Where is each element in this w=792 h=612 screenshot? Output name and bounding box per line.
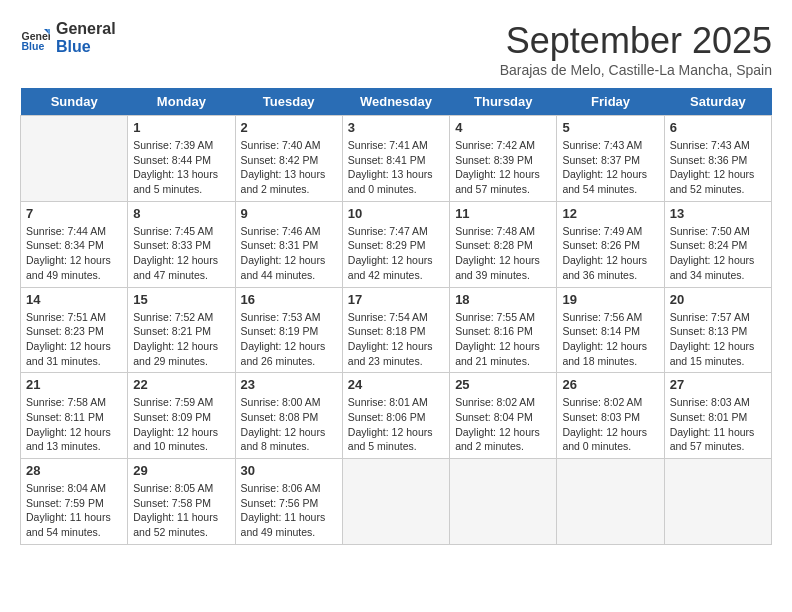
day-info: Sunrise: 8:03 AM Sunset: 8:01 PM Dayligh…: [670, 395, 766, 454]
day-number: 28: [26, 463, 122, 478]
day-info: Sunrise: 7:44 AM Sunset: 8:34 PM Dayligh…: [26, 224, 122, 283]
day-number: 20: [670, 292, 766, 307]
day-info: Sunrise: 7:40 AM Sunset: 8:42 PM Dayligh…: [241, 138, 337, 197]
day-number: 4: [455, 120, 551, 135]
day-number: 16: [241, 292, 337, 307]
calendar-cell: 1Sunrise: 7:39 AM Sunset: 8:44 PM Daylig…: [128, 116, 235, 202]
page-header: General Blue General Blue September 2025…: [20, 20, 772, 78]
day-number: 7: [26, 206, 122, 221]
calendar-cell: [450, 459, 557, 545]
days-header-row: SundayMondayTuesdayWednesdayThursdayFrid…: [21, 88, 772, 116]
day-number: 26: [562, 377, 658, 392]
week-row-5: 28Sunrise: 8:04 AM Sunset: 7:59 PM Dayli…: [21, 459, 772, 545]
day-info: Sunrise: 7:49 AM Sunset: 8:26 PM Dayligh…: [562, 224, 658, 283]
day-info: Sunrise: 7:56 AM Sunset: 8:14 PM Dayligh…: [562, 310, 658, 369]
calendar-cell: 21Sunrise: 7:58 AM Sunset: 8:11 PM Dayli…: [21, 373, 128, 459]
day-number: 13: [670, 206, 766, 221]
day-number: 29: [133, 463, 229, 478]
calendar-cell: 9Sunrise: 7:46 AM Sunset: 8:31 PM Daylig…: [235, 201, 342, 287]
calendar-cell: 22Sunrise: 7:59 AM Sunset: 8:09 PM Dayli…: [128, 373, 235, 459]
day-number: 3: [348, 120, 444, 135]
week-row-2: 7Sunrise: 7:44 AM Sunset: 8:34 PM Daylig…: [21, 201, 772, 287]
day-number: 19: [562, 292, 658, 307]
day-number: 6: [670, 120, 766, 135]
calendar-cell: 28Sunrise: 8:04 AM Sunset: 7:59 PM Dayli…: [21, 459, 128, 545]
day-number: 12: [562, 206, 658, 221]
day-number: 17: [348, 292, 444, 307]
day-info: Sunrise: 8:02 AM Sunset: 8:04 PM Dayligh…: [455, 395, 551, 454]
calendar-table: SundayMondayTuesdayWednesdayThursdayFrid…: [20, 88, 772, 545]
day-number: 23: [241, 377, 337, 392]
calendar-cell: 5Sunrise: 7:43 AM Sunset: 8:37 PM Daylig…: [557, 116, 664, 202]
week-row-4: 21Sunrise: 7:58 AM Sunset: 8:11 PM Dayli…: [21, 373, 772, 459]
calendar-cell: 6Sunrise: 7:43 AM Sunset: 8:36 PM Daylig…: [664, 116, 771, 202]
day-number: 14: [26, 292, 122, 307]
day-number: 15: [133, 292, 229, 307]
calendar-cell: 15Sunrise: 7:52 AM Sunset: 8:21 PM Dayli…: [128, 287, 235, 373]
day-info: Sunrise: 7:46 AM Sunset: 8:31 PM Dayligh…: [241, 224, 337, 283]
day-info: Sunrise: 8:02 AM Sunset: 8:03 PM Dayligh…: [562, 395, 658, 454]
logo-blue: Blue: [56, 38, 116, 56]
day-header-sunday: Sunday: [21, 88, 128, 116]
calendar-cell: 26Sunrise: 8:02 AM Sunset: 8:03 PM Dayli…: [557, 373, 664, 459]
day-number: 10: [348, 206, 444, 221]
calendar-cell: 16Sunrise: 7:53 AM Sunset: 8:19 PM Dayli…: [235, 287, 342, 373]
calendar-cell: 11Sunrise: 7:48 AM Sunset: 8:28 PM Dayli…: [450, 201, 557, 287]
logo-icon: General Blue: [20, 23, 50, 53]
calendar-cell: [21, 116, 128, 202]
calendar-cell: 10Sunrise: 7:47 AM Sunset: 8:29 PM Dayli…: [342, 201, 449, 287]
day-info: Sunrise: 7:54 AM Sunset: 8:18 PM Dayligh…: [348, 310, 444, 369]
location: Barajas de Melo, Castille-La Mancha, Spa…: [500, 62, 772, 78]
day-number: 8: [133, 206, 229, 221]
month-title: September 2025: [500, 20, 772, 62]
day-number: 25: [455, 377, 551, 392]
calendar-cell: 14Sunrise: 7:51 AM Sunset: 8:23 PM Dayli…: [21, 287, 128, 373]
calendar-cell: 18Sunrise: 7:55 AM Sunset: 8:16 PM Dayli…: [450, 287, 557, 373]
day-info: Sunrise: 8:04 AM Sunset: 7:59 PM Dayligh…: [26, 481, 122, 540]
day-info: Sunrise: 7:53 AM Sunset: 8:19 PM Dayligh…: [241, 310, 337, 369]
day-info: Sunrise: 7:39 AM Sunset: 8:44 PM Dayligh…: [133, 138, 229, 197]
title-block: September 2025 Barajas de Melo, Castille…: [500, 20, 772, 78]
day-number: 24: [348, 377, 444, 392]
day-number: 18: [455, 292, 551, 307]
day-header-friday: Friday: [557, 88, 664, 116]
day-info: Sunrise: 7:55 AM Sunset: 8:16 PM Dayligh…: [455, 310, 551, 369]
calendar-cell: 27Sunrise: 8:03 AM Sunset: 8:01 PM Dayli…: [664, 373, 771, 459]
calendar-cell: 13Sunrise: 7:50 AM Sunset: 8:24 PM Dayli…: [664, 201, 771, 287]
calendar-cell: 3Sunrise: 7:41 AM Sunset: 8:41 PM Daylig…: [342, 116, 449, 202]
calendar-cell: [664, 459, 771, 545]
calendar-cell: 29Sunrise: 8:05 AM Sunset: 7:58 PM Dayli…: [128, 459, 235, 545]
day-header-thursday: Thursday: [450, 88, 557, 116]
day-number: 11: [455, 206, 551, 221]
day-number: 27: [670, 377, 766, 392]
calendar-cell: 8Sunrise: 7:45 AM Sunset: 8:33 PM Daylig…: [128, 201, 235, 287]
logo-general: General: [56, 20, 116, 38]
logo: General Blue General Blue: [20, 20, 116, 56]
day-info: Sunrise: 7:45 AM Sunset: 8:33 PM Dayligh…: [133, 224, 229, 283]
day-number: 22: [133, 377, 229, 392]
day-info: Sunrise: 8:06 AM Sunset: 7:56 PM Dayligh…: [241, 481, 337, 540]
day-header-wednesday: Wednesday: [342, 88, 449, 116]
day-info: Sunrise: 7:58 AM Sunset: 8:11 PM Dayligh…: [26, 395, 122, 454]
day-info: Sunrise: 7:42 AM Sunset: 8:39 PM Dayligh…: [455, 138, 551, 197]
calendar-cell: 20Sunrise: 7:57 AM Sunset: 8:13 PM Dayli…: [664, 287, 771, 373]
day-info: Sunrise: 7:50 AM Sunset: 8:24 PM Dayligh…: [670, 224, 766, 283]
day-info: Sunrise: 7:41 AM Sunset: 8:41 PM Dayligh…: [348, 138, 444, 197]
day-info: Sunrise: 7:57 AM Sunset: 8:13 PM Dayligh…: [670, 310, 766, 369]
calendar-cell: 30Sunrise: 8:06 AM Sunset: 7:56 PM Dayli…: [235, 459, 342, 545]
calendar-cell: [557, 459, 664, 545]
day-number: 5: [562, 120, 658, 135]
calendar-cell: 7Sunrise: 7:44 AM Sunset: 8:34 PM Daylig…: [21, 201, 128, 287]
day-number: 2: [241, 120, 337, 135]
day-info: Sunrise: 7:43 AM Sunset: 8:37 PM Dayligh…: [562, 138, 658, 197]
day-info: Sunrise: 7:47 AM Sunset: 8:29 PM Dayligh…: [348, 224, 444, 283]
svg-text:Blue: Blue: [22, 40, 45, 52]
calendar-cell: 24Sunrise: 8:01 AM Sunset: 8:06 PM Dayli…: [342, 373, 449, 459]
day-info: Sunrise: 8:01 AM Sunset: 8:06 PM Dayligh…: [348, 395, 444, 454]
day-header-monday: Monday: [128, 88, 235, 116]
day-number: 30: [241, 463, 337, 478]
day-info: Sunrise: 8:05 AM Sunset: 7:58 PM Dayligh…: [133, 481, 229, 540]
day-info: Sunrise: 7:43 AM Sunset: 8:36 PM Dayligh…: [670, 138, 766, 197]
day-info: Sunrise: 7:48 AM Sunset: 8:28 PM Dayligh…: [455, 224, 551, 283]
day-info: Sunrise: 7:51 AM Sunset: 8:23 PM Dayligh…: [26, 310, 122, 369]
